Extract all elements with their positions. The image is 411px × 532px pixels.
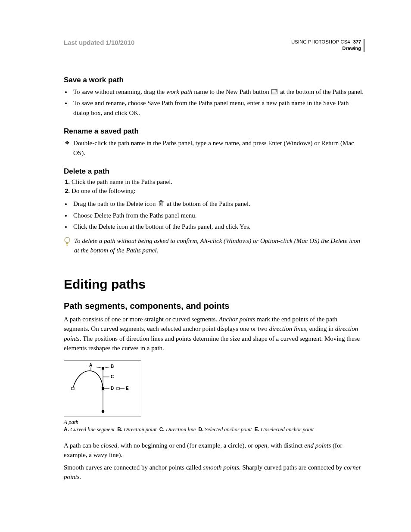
text: A path consists of one or more straight …: [64, 316, 219, 323]
label-D: D: [111, 386, 114, 391]
text: , with no beginning or end (for example,…: [117, 442, 255, 449]
list-item: To save and rename, choose Save Path fro…: [72, 98, 364, 118]
text: Do one of the following:: [72, 187, 135, 194]
legend-key: B.: [117, 426, 122, 432]
text-italic: end points: [304, 442, 331, 449]
legend-key: C.: [159, 426, 165, 432]
trash-icon: [158, 199, 164, 205]
svg-point-7: [65, 237, 70, 243]
legend-key: A.: [64, 426, 69, 432]
tip-text: To delete a path without being asked to …: [74, 236, 364, 255]
page-header: Last updated 1/10/2010 USING PHOTOSHOP C…: [64, 39, 364, 52]
heading-editing-paths: Editing paths: [64, 277, 364, 292]
heading-path-segments: Path segments, components, and points: [64, 301, 364, 311]
label-A: A: [89, 363, 92, 367]
text: at the bottom of the Paths panel.: [167, 200, 250, 207]
paragraph: A path can be closed, with no beginning …: [64, 441, 364, 460]
delete-bullets: Drag the path to the Delete icon at the …: [64, 199, 364, 232]
text-italic: work path: [166, 88, 192, 95]
text: Sharply curved paths are connected by: [241, 464, 344, 471]
svg-rect-20: [117, 387, 119, 390]
svg-rect-18: [102, 387, 104, 390]
legend-value: Unselected anchor point: [261, 426, 314, 432]
legend-key: E.: [255, 426, 259, 432]
lightbulb-icon: [64, 237, 71, 246]
page-number: 377: [352, 39, 361, 44]
svg-rect-17: [102, 367, 104, 370]
step-1: Click the path name in the Paths panel.: [72, 178, 364, 186]
text: Smooth curves are connected by anchor po…: [64, 464, 203, 471]
text-italic: closed: [101, 442, 117, 449]
diagram-frame: A B C D E: [64, 360, 141, 417]
text: . The positions of direction lines and p…: [64, 335, 360, 352]
svg-rect-1: [272, 93, 277, 93]
list-item: Choose Delete Path from the Paths panel …: [72, 211, 364, 221]
svg-point-19: [102, 410, 104, 413]
list-item: Drag the path to the Delete icon at the …: [72, 199, 364, 209]
legend-value: Direction line: [166, 426, 196, 432]
legend-key: D.: [198, 426, 203, 432]
text-italic: Anchor points: [219, 316, 255, 323]
last-updated: Last updated 1/10/2010: [64, 39, 134, 46]
label-C: C: [111, 374, 114, 379]
paragraph: A path consists of one or more straight …: [64, 314, 364, 353]
text: , with distinct: [267, 442, 304, 449]
legend-value: Direction point: [124, 426, 156, 432]
rename-line: ❖ Double-click the path name in the Path…: [64, 138, 364, 158]
text: Click the path name in the Paths panel.: [72, 178, 172, 185]
text-italic: open: [255, 442, 267, 449]
heading-delete-path: Delete a path: [64, 167, 364, 176]
svg-rect-4: [160, 201, 162, 202]
header-right: USING PHOTOSHOP CS4 377 Drawing: [291, 39, 364, 52]
svg-rect-16: [72, 387, 74, 390]
new-path-icon: [271, 87, 277, 93]
diagram-legend: A. Curved line segment B. Direction poin…: [64, 426, 364, 433]
list-item: Click the Delete icon at the bottom of t…: [72, 222, 364, 232]
text-italic: direction lines: [269, 325, 306, 332]
product-name: USING PHOTOSHOP CS4: [291, 39, 350, 44]
diamond-bullet-icon: ❖: [65, 138, 70, 148]
label-E: E: [126, 386, 129, 391]
text: A path can be: [64, 442, 101, 449]
diagram-caption: A path: [64, 419, 364, 426]
text: To save without renaming, drag the: [73, 88, 166, 95]
tip-block: To delete a path without being asked to …: [64, 236, 364, 255]
legend-value: Curved line segment: [70, 426, 115, 432]
text: name to the New Path button: [192, 88, 271, 95]
text: Double-click the path name in the Paths …: [73, 138, 364, 158]
delete-steps: Click the path name in the Paths panel. …: [64, 178, 364, 195]
text-italic: smooth points.: [203, 464, 241, 471]
save-bullets: To save without renaming, drag the work …: [64, 87, 364, 118]
legend-value: Selected anchor point: [205, 426, 252, 432]
paragraph: Smooth curves are connected by anchor po…: [64, 463, 364, 482]
label-B: B: [111, 364, 114, 369]
text: at the bottom of the Paths panel.: [280, 88, 364, 95]
svg-rect-2: [159, 202, 163, 206]
document-page: Last updated 1/10/2010 USING PHOTOSHOP C…: [0, 0, 411, 532]
heading-save-work-path: Save a work path: [64, 76, 364, 84]
chapter-name: Drawing: [291, 45, 361, 52]
path-diagram: A B C D E A path A. Curved line segment …: [64, 360, 364, 433]
heading-rename-path: Rename a saved path: [64, 127, 364, 136]
text: Drag the path to the Delete icon: [73, 200, 157, 207]
step-2: Do one of the following:: [72, 187, 364, 195]
list-item: To save without renaming, drag the work …: [72, 87, 364, 97]
text: , ending in: [306, 325, 335, 332]
